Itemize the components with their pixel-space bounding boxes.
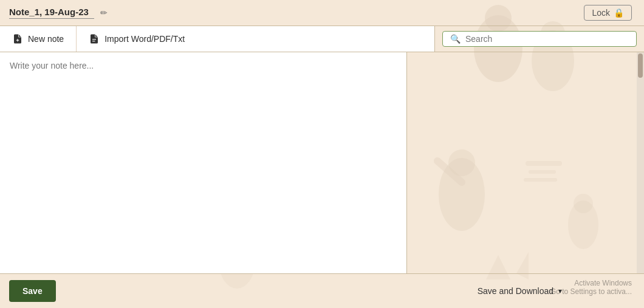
save-download-label: Save and Download	[478, 286, 553, 296]
content-area	[0, 52, 644, 273]
search-input[interactable]	[465, 34, 629, 44]
new-note-label: New note	[28, 34, 64, 44]
note-title: Note_1, 19-Aug-23	[9, 7, 94, 19]
chevron-down-icon: ▾	[558, 287, 562, 295]
main-container: Note_1, 19-Aug-23 ✏ Lock 🔒 New note	[0, 0, 644, 308]
new-note-button[interactable]: New note	[0, 26, 77, 52]
header: Note_1, 19-Aug-23 ✏ Lock 🔒	[0, 0, 644, 26]
save-download-button[interactable]: Save and Download ▾	[478, 286, 562, 296]
import-icon	[89, 33, 100, 44]
footer: Save Save and Download ▾	[0, 273, 644, 308]
scrollbar-thumb[interactable]	[638, 53, 643, 78]
new-note-icon	[12, 33, 23, 44]
search-container[interactable]: 🔍	[442, 31, 637, 47]
header-left: Note_1, 19-Aug-23 ✏	[9, 7, 108, 19]
note-textarea[interactable]	[0, 52, 406, 273]
toolbar: New note Import Word/PDF/Txt 🔍	[0, 26, 644, 52]
import-label: Import Word/PDF/Txt	[104, 34, 185, 44]
import-button[interactable]: Import Word/PDF/Txt	[77, 26, 197, 52]
toolbar-left: New note Import Word/PDF/Txt	[0, 26, 435, 52]
right-panel	[407, 52, 644, 273]
scrollbar[interactable]	[637, 52, 644, 273]
lock-label: Lock	[592, 8, 610, 18]
lock-button[interactable]: Lock 🔒	[584, 5, 632, 21]
search-icon: 🔍	[450, 34, 461, 44]
edit-icon[interactable]: ✏	[100, 8, 108, 18]
save-button[interactable]: Save	[9, 280, 56, 302]
note-editor	[0, 52, 407, 273]
lock-icon: 🔒	[614, 8, 624, 18]
